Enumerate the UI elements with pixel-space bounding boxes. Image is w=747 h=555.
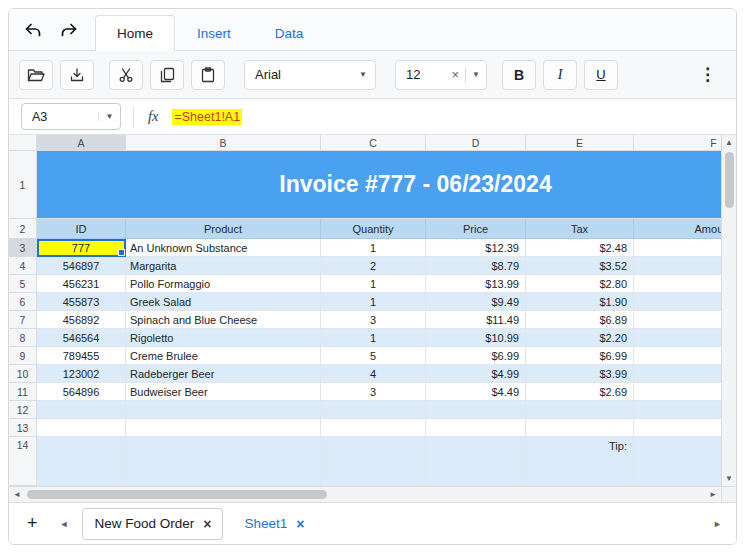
paste-button[interactable] (191, 60, 225, 90)
grid-cell[interactable]: 1 (321, 275, 426, 293)
row-header[interactable]: 11 (9, 383, 37, 401)
row-header[interactable]: 3 (9, 239, 37, 257)
row-header[interactable]: 13 (9, 419, 37, 437)
grid-cell[interactable]: 1 (321, 293, 426, 311)
row-header[interactable]: 5 (9, 275, 37, 293)
grid-cell[interactable] (634, 257, 721, 275)
row-header[interactable]: 6 (9, 293, 37, 311)
grid-cell[interactable]: An Unknown Substance (126, 239, 321, 257)
sheet-tab-sheet1[interactable]: Sheet1 × (233, 509, 315, 539)
grid-cell[interactable]: Spinach and Blue Cheese (126, 311, 321, 329)
tab-home[interactable]: Home (95, 15, 175, 51)
grid-cell[interactable] (126, 419, 321, 437)
grid-cell[interactable]: Product (126, 219, 321, 239)
scroll-right-icon[interactable]: ► (705, 487, 721, 502)
grid-cell[interactable]: 123002 (37, 365, 126, 383)
grid-cell[interactable]: Budweiser Beer (126, 383, 321, 401)
bold-button[interactable]: B (502, 60, 536, 90)
scroll-track[interactable] (25, 487, 705, 502)
grid-cell[interactable]: 5 (321, 347, 426, 365)
row-header[interactable]: 1 (9, 151, 37, 219)
grid-cell[interactable]: 455873 (37, 293, 126, 311)
grid-cell[interactable]: $3.52 (526, 257, 634, 275)
cut-button[interactable] (109, 60, 143, 90)
grid-cell[interactable]: 2 (321, 257, 426, 275)
grid-cell[interactable] (634, 329, 721, 347)
sheet-nav-right-icon[interactable]: ► (709, 519, 726, 529)
row-header[interactable]: 14 (9, 437, 37, 486)
column-header-e[interactable]: E (526, 135, 634, 151)
grid-cell[interactable]: $9.49 (426, 293, 526, 311)
grid-cell[interactable]: $1.90 (526, 293, 634, 311)
grid-cell[interactable]: $8.79 (426, 257, 526, 275)
grid-cell[interactable] (526, 401, 634, 419)
vertical-scrollbar[interactable]: ▲ ▼ (721, 135, 736, 486)
grid-cell[interactable]: $4.99 (426, 365, 526, 383)
add-sheet-button[interactable]: + (19, 513, 46, 534)
grid-cell[interactable] (526, 419, 634, 437)
grid-cell[interactable]: $13.99 (426, 275, 526, 293)
grid-cell[interactable]: $2.48 (526, 239, 634, 257)
grid-cell[interactable] (426, 419, 526, 437)
row-header[interactable]: 12 (9, 401, 37, 419)
sheet-nav-left-icon[interactable]: ◄ (56, 519, 73, 529)
redo-button[interactable] (59, 21, 79, 39)
name-box[interactable]: A3 ▼ (21, 103, 121, 130)
grid-cell[interactable]: Pollo Formaggio (126, 275, 321, 293)
grid-cell[interactable]: Price (426, 219, 526, 239)
grid-cell[interactable] (37, 419, 126, 437)
tab-insert[interactable]: Insert (175, 15, 253, 51)
grid-cell[interactable]: 3 (321, 311, 426, 329)
grid-cell[interactable]: $4.49 (426, 383, 526, 401)
invoice-title-cell[interactable]: Invoice #777 - 06/23/2024 (37, 151, 721, 219)
grid-cell[interactable] (634, 347, 721, 365)
grid-cell[interactable] (321, 419, 426, 437)
grid-cell[interactable] (634, 401, 721, 419)
scroll-up-icon[interactable]: ▲ (725, 135, 733, 150)
grid-cell[interactable]: $10.99 (426, 329, 526, 347)
grid-cell[interactable]: $3.99 (526, 365, 634, 383)
underline-button[interactable]: U (584, 60, 618, 90)
row-header[interactable]: 9 (9, 347, 37, 365)
grid-cell[interactable]: 564896 (37, 383, 126, 401)
grid-cell[interactable] (321, 401, 426, 419)
grid-cell[interactable]: 546564 (37, 329, 126, 347)
grid-cell[interactable]: 456892 (37, 311, 126, 329)
grid-cell[interactable] (634, 239, 721, 257)
grid-cell[interactable]: $2.69 (526, 383, 634, 401)
grid-cell[interactable]: 4 (321, 365, 426, 383)
grid-cell[interactable] (634, 311, 721, 329)
scroll-down-icon[interactable]: ▼ (725, 471, 733, 486)
close-icon[interactable]: × (203, 516, 211, 532)
grid-cell[interactable] (126, 401, 321, 419)
grid-cell[interactable]: Margarita (126, 257, 321, 275)
scroll-left-icon[interactable]: ◄ (9, 487, 25, 502)
font-size-select[interactable]: 12 × ▼ (395, 60, 487, 90)
column-header-b[interactable]: B (126, 135, 321, 151)
horizontal-scrollbar-thumb[interactable] (27, 490, 327, 499)
selected-cell[interactable]: 777 (37, 239, 126, 257)
tip-label-cell[interactable]: Tip: (526, 437, 634, 486)
grid-cell[interactable]: Tax (526, 219, 634, 239)
select-all-corner[interactable] (9, 135, 37, 151)
grid-cell[interactable] (126, 437, 321, 486)
italic-button[interactable]: I (543, 60, 577, 90)
column-header-a[interactable]: A (37, 135, 126, 151)
import-button[interactable] (60, 60, 94, 90)
grid-cell[interactable] (634, 275, 721, 293)
row-header[interactable]: 7 (9, 311, 37, 329)
grid-cell[interactable]: $6.99 (426, 347, 526, 365)
grid-cell[interactable]: 546897 (37, 257, 126, 275)
column-header-d[interactable]: D (426, 135, 526, 151)
grid-cell[interactable]: Rigoletto (126, 329, 321, 347)
grid-cell[interactable]: Radeberger Beer (126, 365, 321, 383)
row-header[interactable]: 4 (9, 257, 37, 275)
undo-button[interactable] (23, 21, 43, 39)
grid-cell[interactable] (634, 437, 721, 486)
close-icon[interactable]: × (296, 516, 304, 532)
grid-cell[interactable]: 3 (321, 383, 426, 401)
grid-cell[interactable]: $2.20 (526, 329, 634, 347)
grid-cell[interactable]: Creme Brulee (126, 347, 321, 365)
grid-cell[interactable] (634, 383, 721, 401)
grid-cell[interactable] (426, 401, 526, 419)
